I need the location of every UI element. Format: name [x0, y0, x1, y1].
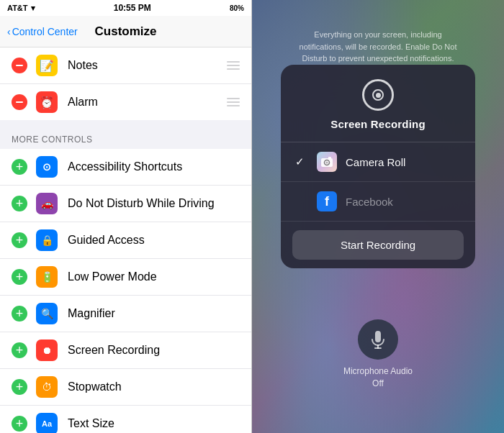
- status-bar-right: 80%: [230, 4, 244, 12]
- popup-card: Screen Recording ✓ Camera Roll ✓ f Faceb…: [281, 65, 475, 268]
- list-item[interactable]: ⊙ Accessibility Shortcuts: [0, 149, 251, 186]
- drag-handle[interactable]: [227, 61, 240, 70]
- carrier-label: AT&T: [7, 4, 28, 12]
- mic-label: Microphone AudioOff: [343, 365, 413, 390]
- drag-handle[interactable]: [227, 98, 240, 106]
- record-icon-outer: [362, 79, 394, 111]
- accessibility-label: Accessibility Shortcuts: [68, 160, 240, 173]
- remove-alarm-button[interactable]: [12, 94, 27, 110]
- guided-access-icon: 🔒: [36, 229, 58, 251]
- accessibility-icon: ⊙: [36, 156, 58, 178]
- facebook-icon: f: [317, 191, 337, 211]
- list-item[interactable]: 🚗 Do Not Disturb While Driving: [0, 186, 251, 222]
- dnd-driving-label: Do Not Disturb While Driving: [68, 197, 240, 210]
- magnifier-icon: 🔍: [36, 303, 58, 324]
- svg-point-2: [326, 162, 328, 164]
- list-item[interactable]: ⏰ Alarm: [0, 84, 251, 120]
- add-stopwatch-button[interactable]: [12, 379, 27, 395]
- notes-icon: 📝: [36, 55, 58, 76]
- stopwatch-icon: ⏱: [36, 376, 58, 398]
- record-dot: [376, 93, 381, 98]
- battery-label: 80%: [230, 4, 244, 12]
- wifi-icon: ▾: [31, 4, 35, 13]
- svg-rect-3: [328, 157, 331, 159]
- list-item[interactable]: 🔒 Guided Access: [0, 222, 251, 259]
- add-screen-recording-button[interactable]: [12, 342, 27, 358]
- checkmark-icon: ✓: [295, 155, 307, 168]
- camera-roll-icon: [317, 152, 337, 172]
- popup-header: Screen Recording: [281, 65, 475, 142]
- low-power-icon: 🔋: [36, 266, 58, 288]
- low-power-label: Low Power Mode: [68, 270, 240, 283]
- more-controls-section: ⊙ Accessibility Shortcuts 🚗 Do Not Distu…: [0, 149, 251, 433]
- magnifier-label: Magnifier: [68, 307, 240, 320]
- more-controls-header: MORE CONTROLS: [0, 122, 251, 149]
- controls-list: 📝 Notes ⏰ Alarm MORE CONTROL: [0, 47, 251, 433]
- add-accessibility-button[interactable]: [12, 159, 27, 175]
- dnd-driving-icon: 🚗: [36, 193, 58, 214]
- screen-recording-icon: ⏺: [36, 339, 58, 361]
- add-magnifier-button[interactable]: [12, 306, 27, 322]
- nav-bar: ‹ Control Center Customize: [0, 16, 251, 47]
- facebook-label: Facebook: [346, 196, 461, 208]
- list-item[interactable]: Aa Text Size: [0, 406, 251, 433]
- text-size-icon: Aa: [36, 413, 58, 433]
- chevron-left-icon: ‹: [7, 26, 11, 37]
- stopwatch-label: Stopwatch: [68, 380, 240, 393]
- screen-recording-panel: Everything on your screen, including not…: [252, 0, 504, 433]
- record-icon-inner: [372, 89, 384, 101]
- time-label: 10:55 PM: [114, 3, 151, 13]
- list-item[interactable]: 🔍 Magnifier: [0, 296, 251, 332]
- add-dnd-driving-button[interactable]: [12, 196, 27, 211]
- status-bar: AT&T ▾ 10:55 PM 80%: [0, 0, 251, 16]
- nav-title: Customize: [95, 24, 157, 39]
- alarm-icon: ⏰: [36, 91, 58, 113]
- camera-roll-label: Camera Roll: [346, 156, 461, 168]
- screen-recording-label: Screen Recording: [68, 344, 240, 357]
- notes-label: Notes: [68, 59, 227, 72]
- alarm-label: Alarm: [68, 96, 227, 109]
- mic-label-text: Microphone AudioOff: [343, 366, 413, 388]
- guided-access-label: Guided Access: [68, 234, 240, 247]
- back-button[interactable]: ‹ Control Center: [7, 26, 78, 37]
- list-item[interactable]: 📝 Notes: [0, 47, 251, 84]
- add-guided-access-button[interactable]: [12, 232, 27, 248]
- popup-title: Screen Recording: [330, 118, 426, 130]
- settings-panel: AT&T ▾ 10:55 PM 80% ‹ Control Center Cus…: [0, 0, 252, 433]
- info-text: Everything on your screen, including not…: [292, 29, 464, 65]
- remove-notes-button[interactable]: [12, 58, 27, 73]
- svg-rect-4: [375, 331, 381, 342]
- back-label: Control Center: [12, 26, 78, 37]
- list-item[interactable]: ⏱ Stopwatch: [0, 369, 251, 406]
- add-text-size-button[interactable]: [12, 416, 27, 432]
- status-bar-left: AT&T ▾: [7, 4, 35, 13]
- camera-roll-option[interactable]: ✓ Camera Roll: [281, 142, 475, 182]
- mic-section: Microphone AudioOff: [343, 319, 413, 390]
- add-low-power-button[interactable]: [12, 269, 27, 285]
- mic-button[interactable]: [358, 319, 398, 360]
- list-item[interactable]: ⏺ Screen Recording: [0, 332, 251, 369]
- list-item[interactable]: 🔋 Low Power Mode: [0, 259, 251, 296]
- existing-controls-section: 📝 Notes ⏰ Alarm: [0, 47, 251, 120]
- start-recording-button[interactable]: Start Recording: [292, 230, 464, 260]
- text-size-label: Text Size: [68, 417, 240, 430]
- facebook-option[interactable]: ✓ f Facebook: [281, 182, 475, 222]
